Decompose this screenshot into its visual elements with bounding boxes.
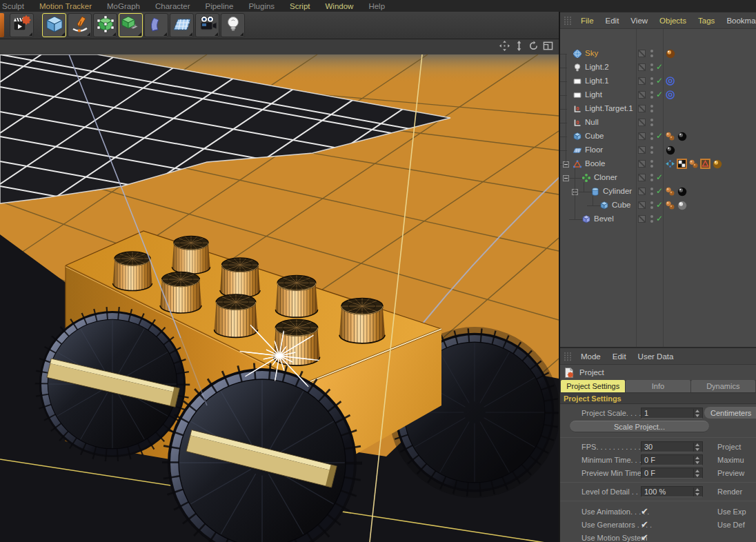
- visibility-dots[interactable]: [650, 76, 654, 87]
- layer-square[interactable]: [638, 146, 646, 154]
- checkbox[interactable]: ✔: [641, 506, 648, 516]
- scale-project-button[interactable]: Scale Project...: [570, 421, 709, 432]
- layer-square[interactable]: [638, 132, 646, 140]
- toggle-view-icon[interactable]: [543, 41, 553, 54]
- material-black-tag-icon[interactable]: [677, 131, 687, 141]
- material-silver-tag-icon[interactable]: [677, 200, 687, 210]
- enabled-toggle[interactable]: ✓: [656, 131, 663, 141]
- tab-info[interactable]: Info: [626, 380, 690, 392]
- layer-square[interactable]: [638, 188, 646, 195]
- expand-toggle[interactable]: [563, 175, 569, 181]
- tool-light-object[interactable]: [221, 13, 245, 37]
- visibility-dots[interactable]: [650, 90, 654, 101]
- phong-tag-icon[interactable]: [665, 186, 675, 197]
- om-menu-tags[interactable]: Tags: [698, 17, 715, 25]
- tab-dynamics[interactable]: Dynamics: [691, 380, 755, 392]
- object-name[interactable]: Sky: [585, 49, 598, 57]
- object-name[interactable]: Cube: [585, 132, 604, 140]
- enabled-toggle[interactable]: ✓: [656, 200, 663, 210]
- checker-selected-tag-icon[interactable]: [677, 159, 687, 169]
- tool-floor-object[interactable]: [170, 13, 194, 37]
- om-menu-file[interactable]: File: [581, 17, 594, 25]
- tab-project-settings[interactable]: Project Settings: [561, 380, 625, 392]
- visibility-dots[interactable]: [650, 200, 654, 211]
- tool-spline-pen[interactable]: [68, 13, 92, 37]
- object-row-cube[interactable]: Cube✓: [560, 130, 756, 143]
- visibility-dots[interactable]: [650, 131, 654, 142]
- layer-square[interactable]: [638, 63, 646, 71]
- om-menu-bookmarks[interactable]: Bookmarks: [726, 17, 756, 25]
- am-menu-user-data[interactable]: User Data: [638, 352, 674, 361]
- tool-add-cube[interactable]: [42, 13, 66, 37]
- phong-tag-icon[interactable]: [665, 200, 675, 210]
- object-row-floor[interactable]: Floor: [560, 143, 756, 157]
- spinner-control[interactable]: [693, 456, 700, 465]
- visibility-dots[interactable]: [650, 214, 654, 225]
- visibility-dots[interactable]: [650, 103, 654, 114]
- pan-icon[interactable]: [499, 41, 510, 54]
- object-row-light-1[interactable]: Light.1✓: [560, 74, 756, 88]
- object-row-cloner[interactable]: Cloner✓: [560, 171, 756, 185]
- menu-sculpt[interactable]: Sculpt: [2, 2, 24, 10]
- visibility-dots[interactable]: [650, 159, 654, 170]
- om-menu-edit[interactable]: Edit: [606, 17, 619, 25]
- menu-script[interactable]: Script: [290, 2, 310, 10]
- unit-dropdown[interactable]: Centimeters: [704, 407, 756, 419]
- visibility-dots[interactable]: [650, 48, 654, 59]
- menu-help[interactable]: Help: [368, 2, 385, 10]
- spinner-control[interactable]: [693, 488, 700, 496]
- enabled-toggle[interactable]: ✓: [656, 90, 663, 99]
- object-name[interactable]: Cylinder: [603, 187, 632, 195]
- om-menu-objects[interactable]: Objects: [659, 17, 686, 25]
- enabled-toggle[interactable]: ✓: [656, 172, 663, 182]
- layer-square[interactable]: [638, 77, 646, 85]
- checkbox[interactable]: ✔: [641, 532, 648, 542]
- spinner-control[interactable]: [693, 409, 700, 418]
- object-row-cube[interactable]: Cube✓: [560, 199, 756, 212]
- object-name[interactable]: Light.Target.1: [585, 104, 633, 112]
- phong-tag-icon[interactable]: [665, 131, 675, 141]
- spinner-control[interactable]: [693, 443, 700, 452]
- object-name[interactable]: Null: [585, 118, 599, 126]
- rotate-icon[interactable]: [528, 41, 539, 54]
- layer-square[interactable]: [638, 201, 646, 209]
- enabled-toggle[interactable]: ✓: [656, 186, 663, 196]
- am-menu-mode[interactable]: Mode: [581, 352, 601, 361]
- dolly-icon[interactable]: [514, 41, 524, 54]
- triangle-selected-tag-icon[interactable]: [700, 159, 710, 169]
- visibility-dots[interactable]: [650, 62, 654, 73]
- object-name[interactable]: Bevel: [594, 214, 614, 223]
- material-black-tag-icon[interactable]: [665, 145, 675, 155]
- menu-character[interactable]: Character: [155, 2, 190, 10]
- visibility-dots[interactable]: [650, 186, 654, 197]
- menu-motion-tracker[interactable]: Motion Tracker: [39, 2, 92, 10]
- menu-mograph[interactable]: MoGraph: [107, 2, 140, 10]
- object-row-null[interactable]: 0Null: [560, 116, 756, 130]
- tool-camera-object[interactable]: [195, 13, 219, 37]
- om-menu-view[interactable]: View: [630, 17, 648, 25]
- object-row-cylinder[interactable]: Cylinder✓: [560, 185, 756, 199]
- tool-edit-mesh[interactable]: [93, 13, 117, 37]
- enabled-toggle[interactable]: ✓: [656, 214, 663, 223]
- object-name[interactable]: Cube: [612, 201, 631, 209]
- panel-grip-icon[interactable]: [564, 16, 573, 26]
- object-name[interactable]: Light.2: [585, 63, 609, 71]
- visibility-dots[interactable]: [650, 145, 654, 156]
- layer-square[interactable]: [638, 91, 646, 99]
- layer-square[interactable]: [638, 50, 646, 57]
- tool-bevel-deformer[interactable]: [144, 13, 168, 37]
- object-row-light-2[interactable]: Light.2✓: [560, 61, 756, 74]
- menu-pipeline[interactable]: Pipeline: [205, 2, 233, 10]
- object-row-light[interactable]: Light✓: [560, 88, 756, 102]
- visibility-dots[interactable]: [650, 117, 654, 128]
- viewport-canvas[interactable]: [0, 54, 559, 542]
- enabled-toggle[interactable]: ✓: [656, 76, 663, 86]
- object-name[interactable]: Light.1: [585, 77, 609, 85]
- object-name[interactable]: Cloner: [594, 173, 617, 181]
- menu-window[interactable]: Window: [326, 2, 354, 10]
- layer-square[interactable]: [638, 215, 646, 223]
- tool-mograph-cloner[interactable]: [119, 13, 143, 37]
- layer-square[interactable]: [638, 174, 646, 181]
- checkbox[interactable]: ✔: [641, 519, 648, 530]
- viewport-panel[interactable]: [0, 39, 559, 542]
